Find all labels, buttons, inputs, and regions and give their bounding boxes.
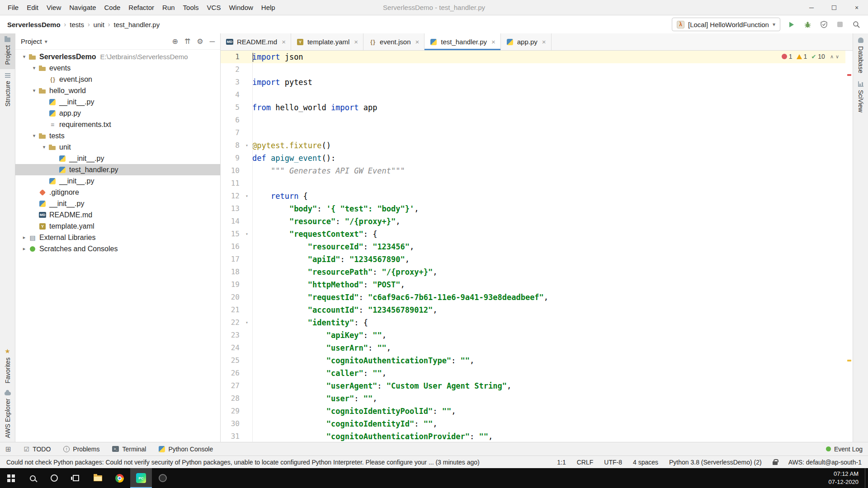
code-line-3[interactable]: 3import pytest <box>221 76 845 89</box>
line-number-27[interactable]: 27 <box>221 380 241 392</box>
fold-marker-icon[interactable]: ▾ <box>241 190 252 202</box>
line-number-18[interactable]: 18 <box>221 266 241 278</box>
tree-item-init-py[interactable]: __init__.py <box>15 175 220 187</box>
close-tab-icon[interactable]: × <box>491 38 495 46</box>
chevron-collapsed-icon[interactable]: ▸ <box>20 235 28 240</box>
show-desktop-button[interactable] <box>865 468 868 488</box>
code-line-24[interactable]: 24 "userArn": "", <box>221 342 845 354</box>
code-line-22[interactable]: 22▾ "identity": { <box>221 316 845 329</box>
chevron-expanded-icon[interactable]: ▾ <box>20 54 28 60</box>
run-config-selector[interactable]: λ [Local] HelloWorldFunction ▾ <box>672 18 780 31</box>
code-line-11[interactable]: 11 <box>221 177 845 190</box>
line-number-11[interactable]: 11 <box>221 177 241 190</box>
aws-profile[interactable]: AWS: default@ap-south-1 <box>788 459 862 466</box>
tree-item-hello-world[interactable]: ▾hello_world <box>15 85 220 96</box>
taskbar-search-button[interactable] <box>22 468 43 488</box>
close-tab-icon[interactable]: × <box>542 38 546 46</box>
lock-icon[interactable] <box>773 461 778 465</box>
code-line-26[interactable]: 26 "caller": "", <box>221 367 845 380</box>
line-number-22[interactable]: 22 <box>221 316 241 329</box>
line-number-6[interactable]: 6 <box>221 114 241 127</box>
editor-tab-app-py[interactable]: app.py× <box>501 33 552 50</box>
python-interpreter[interactable]: Python 3.8 (ServerlessDemo) (2) <box>669 459 762 466</box>
tool-window-button-favorites[interactable]: ★Favorites <box>0 344 15 388</box>
tree-item-test-handler-py[interactable]: test_handler.py <box>15 164 220 175</box>
breadcrumb-tests[interactable]: tests <box>70 21 84 28</box>
line-number-23[interactable]: 23 <box>221 329 241 342</box>
menu-file[interactable]: File <box>4 0 23 15</box>
tool-window-button-todo[interactable]: ☑TODO <box>24 446 51 453</box>
line-number-21[interactable]: 21 <box>221 304 241 316</box>
fold-marker-icon[interactable]: ▾ <box>241 316 252 329</box>
tree-item-external-libraries[interactable]: ▸External Libraries <box>15 232 220 243</box>
error-stripe-scrollbar[interactable] <box>845 51 853 442</box>
code-line-16[interactable]: 16 "resourceId": "123456", <box>221 240 845 253</box>
caret-position[interactable]: 1:1 <box>557 459 566 466</box>
tree-item-requirements-txt[interactable]: requirements.txt <box>15 119 220 130</box>
line-number-30[interactable]: 30 <box>221 418 241 430</box>
editor-tab-test-handler-py[interactable]: test_handler.py× <box>425 33 501 50</box>
maximize-button[interactable]: ☐ <box>823 0 845 15</box>
menu-refactor[interactable]: Refactor <box>124 0 158 15</box>
taskbar-explorer-button[interactable] <box>87 468 108 488</box>
code-line-8[interactable]: 8▾@pytest.fixture() <box>221 139 845 152</box>
line-number-9[interactable]: 9 <box>221 152 241 164</box>
locate-file-button[interactable]: ⊕ <box>172 38 178 45</box>
error-stripe-mark-red[interactable] <box>847 74 851 76</box>
tree-item-gitignore[interactable]: .gitignore <box>15 187 220 198</box>
code-line-30[interactable]: 30 "cognitoIdentityId": "", <box>221 418 845 430</box>
fold-marker-icon[interactable]: ▾ <box>241 139 252 152</box>
line-number-28[interactable]: 28 <box>221 392 241 405</box>
tree-item-events[interactable]: ▾events <box>15 62 220 74</box>
tool-window-button-sciview[interactable]: SciView <box>853 77 868 117</box>
menu-window[interactable]: Window <box>225 0 257 15</box>
line-number-20[interactable]: 20 <box>221 291 241 304</box>
line-number-5[interactable]: 5 <box>221 101 241 114</box>
chevron-expanded-icon[interactable]: ▾ <box>30 133 38 139</box>
project-panel-title[interactable]: Project <box>21 38 42 45</box>
code-line-19[interactable]: 19 "httpMethod": "POST", <box>221 278 845 291</box>
line-number-12[interactable]: 12 <box>221 190 241 202</box>
code-line-17[interactable]: 17 "apiId": "1234567890", <box>221 253 845 266</box>
chevron-expanded-icon[interactable]: ▾ <box>30 65 38 71</box>
settings-button[interactable]: ⚙ <box>197 38 203 45</box>
line-number-24[interactable]: 24 <box>221 342 241 354</box>
search-everywhere-button[interactable] <box>851 19 862 30</box>
code-line-6[interactable]: 6 <box>221 114 845 127</box>
line-number-13[interactable]: 13 <box>221 202 241 215</box>
code-line-18[interactable]: 18 "resourcePath": "/{proxy+}", <box>221 266 845 278</box>
tool-window-switcher-icon[interactable]: ⊞ <box>5 445 11 453</box>
code-line-28[interactable]: 28 "user": "", <box>221 392 845 405</box>
taskbar-media-button[interactable] <box>152 468 174 488</box>
chevron-down-icon[interactable]: ▾ <box>45 38 47 45</box>
close-tab-icon[interactable]: × <box>282 38 286 46</box>
minimize-button[interactable]: ─ <box>800 0 823 15</box>
tool-window-button-terminal[interactable]: >_Terminal <box>112 446 146 453</box>
breadcrumb-serverlessdemo[interactable]: ServerlessDemo <box>7 21 61 28</box>
chevron-expanded-icon[interactable]: ▾ <box>30 88 38 94</box>
line-number-19[interactable]: 19 <box>221 278 241 291</box>
chevron-expanded-icon[interactable]: ▾ <box>40 144 48 150</box>
code-line-1[interactable]: 1import json <box>221 51 845 63</box>
editor-tab-event-json[interactable]: event.json× <box>363 33 425 50</box>
tree-item-init-py[interactable]: __init__.py <box>15 96 220 108</box>
tool-window-button-database[interactable]: Database <box>853 33 868 77</box>
line-number-15[interactable]: 15 <box>221 228 241 240</box>
tool-window-button-problems[interactable]: !Problems <box>63 446 99 453</box>
menu-view[interactable]: View <box>42 0 65 15</box>
breadcrumb-unit[interactable]: unit <box>94 21 104 28</box>
menu-code[interactable]: Code <box>100 0 124 15</box>
prev-next-problem-buttons[interactable]: ∧∨ <box>830 54 841 60</box>
tool-window-button-structure[interactable]: Structure <box>0 69 15 111</box>
code-line-21[interactable]: 21 "accountId": "123456789012", <box>221 304 845 316</box>
tree-item-tests[interactable]: ▾tests <box>15 130 220 141</box>
tree-item-scratches-and-consoles[interactable]: ▸Scratches and Consoles <box>15 243 220 254</box>
code-line-20[interactable]: 20 "requestId": "c6af9ac6-7b61-11e6-9a41… <box>221 291 845 304</box>
coverage-button[interactable] <box>818 19 829 30</box>
indent-setting[interactable]: 4 spaces <box>633 459 658 466</box>
code-line-14[interactable]: 14 "resource": "/{proxy+}", <box>221 215 845 228</box>
status-message[interactable]: Could not check Python packages: Could n… <box>6 459 480 466</box>
menu-tools[interactable]: Tools <box>179 0 203 15</box>
stop-button[interactable] <box>835 19 845 30</box>
file-encoding[interactable]: UTF-8 <box>604 459 622 466</box>
